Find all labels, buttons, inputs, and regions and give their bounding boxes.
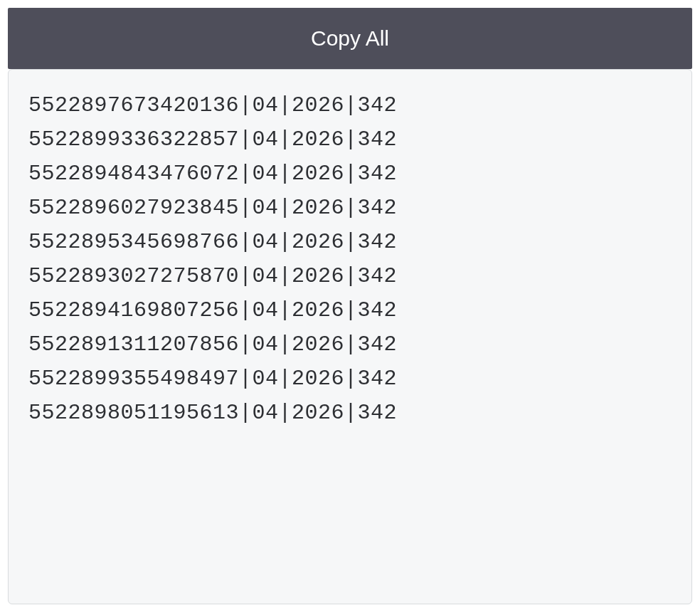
- output-line: 5522895345698766|04|2026|342: [28, 225, 672, 259]
- output-line: 5522897673420136|04|2026|342: [28, 88, 672, 122]
- output-line: 5522893027275870|04|2026|342: [28, 259, 672, 293]
- output-panel: 5522897673420136|04|2026|342 55228993363…: [8, 69, 692, 604]
- output-line: 5522899336322857|04|2026|342: [28, 122, 672, 157]
- main-container: Copy All 5522897673420136|04|2026|342 55…: [0, 0, 700, 612]
- output-line: 5522891311207856|04|2026|342: [28, 327, 672, 362]
- output-line: 5522898051195613|04|2026|342: [28, 396, 672, 430]
- output-line: 5522894169807256|04|2026|342: [28, 293, 672, 327]
- output-line: 5522894843476072|04|2026|342: [28, 157, 672, 191]
- copy-all-button[interactable]: Copy All: [8, 8, 692, 69]
- output-line: 5522896027923845|04|2026|342: [28, 191, 672, 225]
- output-line: 5522899355498497|04|2026|342: [28, 362, 672, 396]
